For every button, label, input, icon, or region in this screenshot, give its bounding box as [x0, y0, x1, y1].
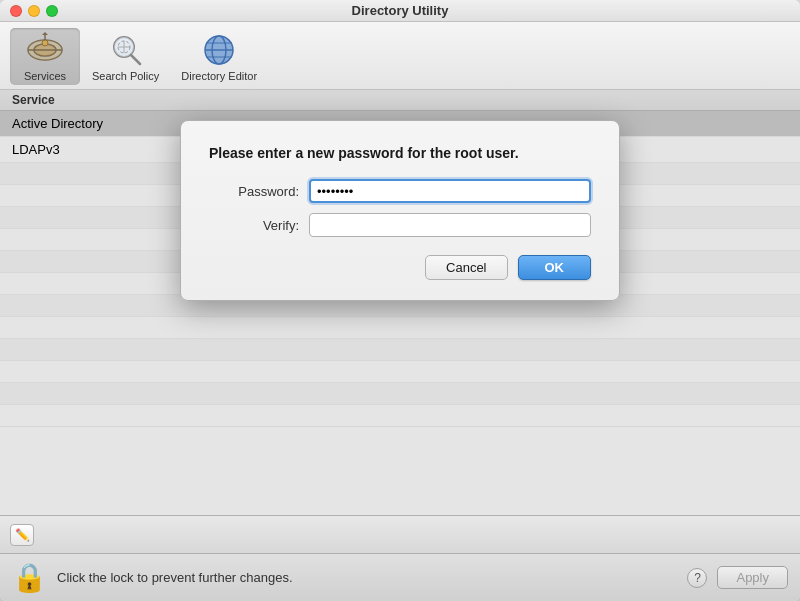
password-input[interactable] — [309, 179, 591, 203]
bottom-toolbar: ✏️ — [0, 515, 800, 553]
main-window: Directory Utility Services — [0, 0, 800, 601]
close-button[interactable] — [10, 5, 22, 17]
password-label: Password: — [209, 184, 299, 199]
status-bar: 🔒 Click the lock to prevent further chan… — [0, 553, 800, 601]
directory-editor-icon — [201, 32, 237, 68]
password-field-row: Password: — [209, 179, 591, 203]
svg-marker-7 — [42, 32, 48, 35]
svg-line-10 — [131, 55, 140, 64]
edit-button[interactable]: ✏️ — [10, 524, 34, 546]
content-area: Service Active Directory LDAPv3 P — [0, 90, 800, 515]
toolbar-services[interactable]: Services — [10, 28, 80, 85]
lock-icon[interactable]: 🔒 — [12, 561, 47, 594]
toolbar-search-policy-label: Search Policy — [92, 70, 159, 82]
verify-field-row: Verify: — [209, 213, 591, 237]
cancel-button[interactable]: Cancel — [425, 255, 507, 280]
pencil-icon: ✏️ — [15, 528, 30, 542]
maximize-button[interactable] — [46, 5, 58, 17]
traffic-lights — [10, 5, 58, 17]
toolbar-services-label: Services — [24, 70, 66, 82]
search-policy-icon — [108, 32, 144, 68]
toolbar-search-policy[interactable]: Search Policy — [82, 28, 169, 85]
title-bar: Directory Utility — [0, 0, 800, 22]
modal-overlay: Please enter a new password for the root… — [0, 90, 800, 515]
toolbar: Services Search Policy — [0, 22, 800, 90]
toolbar-directory-editor[interactable]: Directory Editor — [171, 28, 267, 85]
dialog-title: Please enter a new password for the root… — [209, 145, 591, 161]
help-button[interactable]: ? — [687, 568, 707, 588]
minimize-button[interactable] — [28, 5, 40, 17]
window-title: Directory Utility — [352, 3, 449, 18]
password-dialog: Please enter a new password for the root… — [180, 120, 620, 301]
verify-label: Verify: — [209, 218, 299, 233]
verify-input[interactable] — [309, 213, 591, 237]
services-icon — [27, 32, 63, 68]
apply-button[interactable]: Apply — [717, 566, 788, 589]
svg-point-5 — [42, 40, 48, 46]
toolbar-directory-editor-label: Directory Editor — [181, 70, 257, 82]
dialog-buttons: Cancel OK — [209, 255, 591, 280]
ok-button[interactable]: OK — [518, 255, 592, 280]
status-text: Click the lock to prevent further change… — [57, 570, 677, 585]
